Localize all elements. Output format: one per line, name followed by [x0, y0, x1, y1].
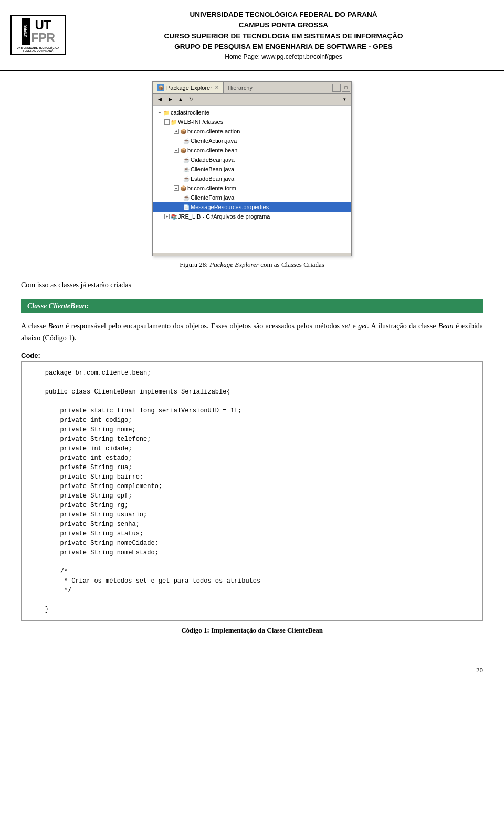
section-header-classname: ClienteBean:: [49, 302, 89, 310]
folder-icon-cadastrocliente: 📁: [163, 110, 170, 116]
section-header-prefix: Classe: [27, 302, 49, 310]
toggle-bean-pkg[interactable]: −: [174, 148, 179, 153]
tree-item-webinf[interactable]: − 📁 WEB-INF/classes: [153, 117, 351, 127]
page-header: UTFPR UT FPR UNIVERSIDADE TECNOLÓGICAFED…: [0, 0, 504, 71]
tab-package-explorer-label: Package Explorer: [166, 85, 212, 91]
tree-item-estadobean[interactable]: ☕ EstadoBean.java: [153, 174, 351, 183]
package-explorer-icon: 📦: [157, 84, 164, 91]
package-explorer-tab[interactable]: 📦 Package Explorer ✕: [153, 82, 224, 93]
tree-item-bean-pkg[interactable]: − 📦 br.com.cliente.bean: [153, 146, 351, 155]
code-block: package br.com.cliente.bean; public clas…: [21, 361, 483, 621]
university-name-line2: CAMPUS PONTA GROSSA: [79, 20, 488, 30]
university-name-line1: UNIVERSIDADE TECNOLÓGICA FEDERAL DO PARA…: [79, 9, 488, 20]
toggle-action-pkg[interactable]: +: [174, 129, 179, 134]
page-number: 20: [0, 661, 504, 680]
tree-item-action-pkg[interactable]: + 📦 br.com.cliente.action: [153, 127, 351, 136]
figure-28-caption: Figura 28: Package Explorer com as Class…: [180, 261, 324, 269]
paragraph-2: A classe Bean é responsável pelo encapsu…: [21, 320, 483, 344]
toggle-webinf[interactable]: −: [164, 119, 170, 125]
label-clientebean: ClienteBean.java: [191, 166, 234, 172]
label-estadobean: EstadoBean.java: [191, 175, 234, 182]
figure-caption-prefix: Figura 28: Package Explorer com as Class…: [180, 261, 324, 268]
label-form-pkg: br.com.cliente.form: [187, 185, 236, 191]
menu-btn[interactable]: ▾: [340, 95, 349, 104]
package-icon-form: 📦: [180, 185, 186, 191]
java-icon-estadobean: ☕: [183, 176, 190, 182]
logo-subtitle: UNIVERSIDADE TECNOLÓGICAFEDERAL DO PARAN…: [17, 46, 59, 53]
toggle-cadastrocliente[interactable]: −: [157, 110, 162, 115]
label-bean-pkg: br.com.cliente.bean: [187, 147, 237, 153]
tree-item-jrelib[interactable]: + 📚 JRE_LIB - C:\Arquivos de programa: [153, 212, 351, 221]
props-icon-messageresources: 📄: [183, 204, 190, 210]
para2-b: é responsável pelo encapsulamento dos ob…: [64, 322, 342, 330]
label-jrelib: JRE_LIB - C:\Arquivos de programa: [178, 213, 270, 220]
tree-item-clienteaction[interactable]: ☕ ClienteAction.java: [153, 136, 351, 146]
package-icon-action: 📦: [180, 129, 186, 134]
label-clienteaction: ClienteAction.java: [191, 138, 237, 144]
forward-btn[interactable]: ▶: [165, 95, 175, 104]
refresh-btn[interactable]: ↻: [186, 95, 196, 104]
hierarchy-tab[interactable]: Hierarchy: [224, 82, 257, 93]
label-messageresources: MessageResources.properties: [191, 204, 269, 210]
toggle-jrelib[interactable]: +: [164, 214, 170, 219]
tab-hierarchy-label: Hierarchy: [228, 85, 253, 91]
java-icon-clienteform: ☕: [183, 195, 190, 201]
lib-icon-jrelib: 📚: [171, 214, 177, 220]
folder-icon-webinf: 📁: [171, 119, 177, 125]
tree-item-cadastrocliente[interactable]: − 📁 cadastrocliente: [153, 108, 351, 117]
para2-bean1: Bean: [48, 322, 64, 330]
eclipse-window: 📦 Package Explorer ✕ Hierarchy _ □ ◀ ▶ ▲…: [152, 81, 352, 256]
label-cadastrocliente: cadastrocliente: [171, 109, 209, 116]
home-page-url: Home Page: www.pg.cefetpr.br/coinf/gpes: [79, 53, 488, 60]
main-content: 📦 Package Explorer ✕ Hierarchy _ □ ◀ ▶ ▲…: [0, 81, 504, 661]
eclipse-tab-bar: 📦 Package Explorer ✕ Hierarchy _ □: [153, 82, 351, 94]
minimize-icon[interactable]: _: [332, 84, 341, 92]
para2-set: set: [342, 322, 350, 330]
logo-area: UTFPR UT FPR UNIVERSIDADE TECNOLÓGICAFED…: [10, 15, 68, 55]
package-icon-bean: 📦: [180, 148, 186, 153]
university-name-line4: Grupo de Pesquisa em Engenharia de Softw…: [79, 42, 488, 52]
para2-e: e: [350, 322, 358, 330]
code-caption: Código 1: Implementação da Classe Client…: [21, 626, 483, 635]
label-cidadebean: CidadeBean.java: [191, 157, 235, 163]
toggle-form-pkg[interactable]: −: [174, 185, 179, 191]
tree-item-clienteform[interactable]: ☕ ClienteForm.java: [153, 193, 351, 202]
header-text-block: UNIVERSIDADE TECNOLÓGICA FEDERAL DO PARA…: [79, 9, 488, 60]
back-btn[interactable]: ◀: [155, 95, 164, 104]
label-action-pkg: br.com.cliente.action: [187, 128, 240, 134]
eclipse-toolbar: ◀ ▶ ▲ ↻ ▾: [153, 94, 351, 106]
para2-a: A classe: [21, 322, 48, 330]
tree-item-cidadebean[interactable]: ☕ CidadeBean.java: [153, 155, 351, 164]
java-icon-clienteaction: ☕: [183, 138, 190, 144]
up-btn[interactable]: ▲: [176, 95, 185, 104]
restore-icon[interactable]: □: [342, 84, 350, 92]
code-caption-text: Código 1: Implementação da Classe Client…: [181, 626, 323, 634]
section-header-clientebean: Classe ClienteBean:: [21, 299, 483, 313]
package-explorer-figure: 📦 Package Explorer ✕ Hierarchy _ □ ◀ ▶ ▲…: [21, 81, 483, 269]
university-name-line3: CURSO SUPERIOR DE TECNOLOGIA EM SISTEMAS…: [79, 31, 488, 42]
label-clienteform: ClienteForm.java: [191, 194, 234, 201]
tree-item-messageresources[interactable]: 📄 MessageResources.properties: [153, 202, 351, 212]
label-webinf: WEB-INF/classes: [178, 119, 223, 125]
para2-get: get: [358, 322, 367, 330]
tab-close-icon[interactable]: ✕: [215, 85, 219, 90]
java-icon-clientebean: ☕: [183, 167, 190, 172]
paragraph-1: Com isso as classes já estarão criadas: [21, 279, 483, 291]
code-label: Code:: [21, 351, 483, 359]
java-icon-cidadebean: ☕: [183, 157, 190, 163]
package-explorer-tree: − 📁 cadastrocliente − 📁 WEB-INF/classes …: [153, 106, 351, 253]
tree-item-form-pkg[interactable]: − 📦 br.com.cliente.form: [153, 183, 351, 193]
para2-bean2: Bean: [438, 322, 454, 330]
para2-c: . A ilustração da classe: [367, 322, 438, 330]
eclipse-status-bar: [153, 253, 351, 256]
tree-item-clientebean[interactable]: ☕ ClienteBean.java: [153, 164, 351, 174]
utfpr-logo: UTFPR UT FPR UNIVERSIDADE TECNOLÓGICAFED…: [10, 15, 66, 55]
